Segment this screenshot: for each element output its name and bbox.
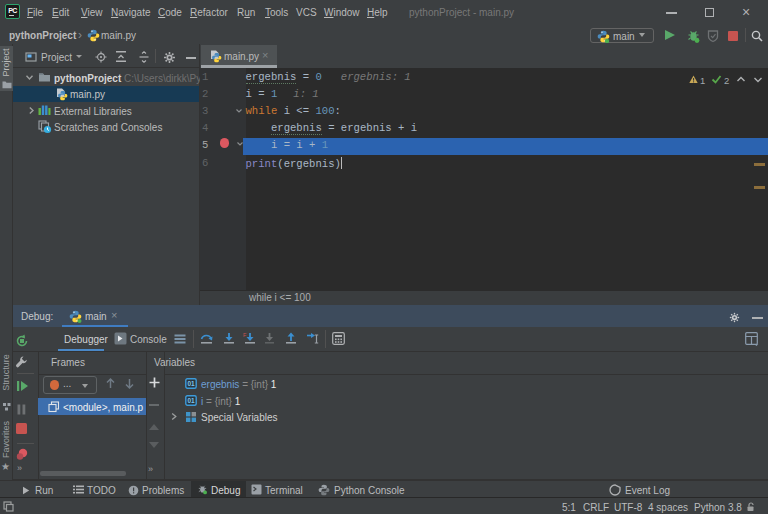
svg-text:01: 01 (187, 397, 195, 404)
svg-text:F: F (243, 332, 247, 338)
svg-text:01: 01 (187, 380, 195, 387)
